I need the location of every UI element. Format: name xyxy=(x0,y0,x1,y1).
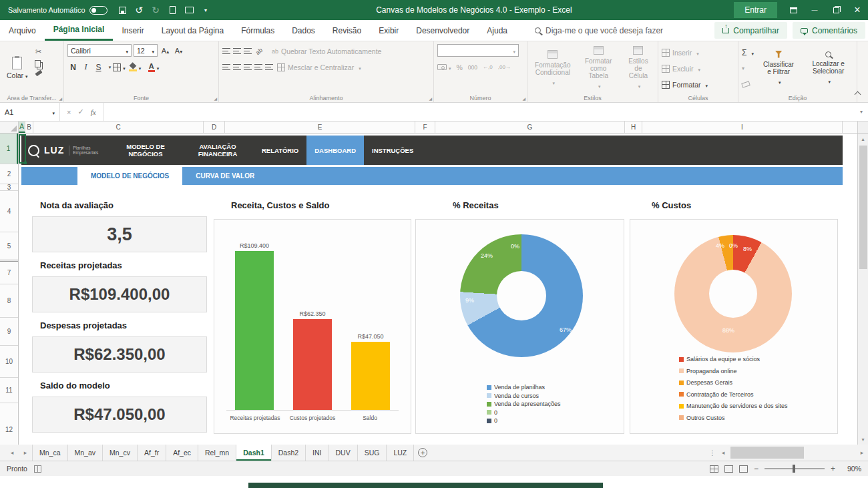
sheet-tab-sug[interactable]: SUG xyxy=(358,445,387,461)
comma-format-icon[interactable]: 000 xyxy=(468,64,477,71)
nav-relatorio[interactable]: RELATÓRIO xyxy=(254,136,306,165)
number-format-select[interactable] xyxy=(437,44,519,57)
decrease-font-icon[interactable]: A xyxy=(173,44,184,57)
row-header-11[interactable]: 11 xyxy=(0,378,18,403)
format-as-table-button[interactable]: Formatar como Tabela xyxy=(578,44,619,92)
sort-filter-button[interactable]: Classificar e Filtrar xyxy=(757,44,800,92)
wrap-text-button[interactable]: ab Quebrar Texto Automaticamente xyxy=(272,47,381,55)
row-header-10[interactable]: 10 xyxy=(0,346,18,378)
increase-decimal-icon[interactable]: ←,0 xyxy=(483,64,493,70)
normal-view-icon[interactable] xyxy=(710,465,718,473)
page-break-view-icon[interactable] xyxy=(739,465,748,473)
horizontal-scroll-track[interactable] xyxy=(729,445,856,461)
copy-icon[interactable] xyxy=(35,60,41,67)
sheet-nav-left-icon[interactable] xyxy=(5,445,19,461)
insert-function-icon[interactable]: fx xyxy=(91,108,96,116)
share-button[interactable]: Compartilhar xyxy=(714,22,787,39)
nav-dashboard[interactable]: DASHBOARD xyxy=(306,136,364,165)
sheet-tab-mn-av[interactable]: Mn_av xyxy=(68,445,103,461)
save-button[interactable] xyxy=(114,1,131,19)
undo-button[interactable] xyxy=(131,1,148,19)
bold-button[interactable]: N xyxy=(67,61,79,73)
enter-icon[interactable]: ✓ xyxy=(77,107,83,116)
zoom-slider[interactable] xyxy=(765,468,825,469)
sheet-tab-duv[interactable]: DUV xyxy=(329,445,358,461)
align-left-icon[interactable] xyxy=(222,64,230,71)
cut-icon[interactable] xyxy=(35,47,43,56)
page-layout-view-icon[interactable] xyxy=(724,465,733,473)
cancel-icon[interactable]: × xyxy=(67,108,71,116)
autosave-toggle[interactable]: Salvamento Automático xyxy=(0,6,114,15)
find-select-button[interactable]: Localizar e Selecionar xyxy=(803,44,853,92)
fill-color-button[interactable] xyxy=(126,61,144,73)
close-button[interactable] xyxy=(847,0,868,20)
zoom-out-icon[interactable] xyxy=(754,464,758,473)
font-dialog-launcher[interactable] xyxy=(214,96,217,101)
underline-button[interactable]: S xyxy=(93,61,104,73)
clear-button[interactable] xyxy=(742,77,754,91)
vertical-scroll-thumb[interactable] xyxy=(859,146,867,269)
tab-revisao[interactable]: Revisão xyxy=(324,20,370,41)
ribbon-display-options-button[interactable] xyxy=(783,0,804,20)
select-all-corner[interactable] xyxy=(0,121,19,133)
expand-formula-bar-icon[interactable] xyxy=(855,103,868,121)
font-size-select[interactable]: 12 xyxy=(134,44,158,57)
row-header-9[interactable]: 9 xyxy=(0,318,18,346)
scroll-up-icon[interactable] xyxy=(858,134,868,144)
zoom-in-icon[interactable] xyxy=(831,464,835,473)
tab-formulas[interactable]: Fórmulas xyxy=(232,20,283,41)
column-header-partial[interactable] xyxy=(843,121,857,133)
percent-format-icon[interactable]: % xyxy=(457,63,463,71)
column-header-i[interactable]: I xyxy=(642,121,843,133)
scrollbar-splitter[interactable] xyxy=(708,449,717,457)
vertical-scrollbar[interactable] xyxy=(857,134,868,445)
decrease-decimal-icon[interactable]: ,00→ xyxy=(498,64,511,70)
row-header-12[interactable]: 12 xyxy=(0,403,18,445)
record-macro-icon[interactable] xyxy=(34,465,41,473)
column-header-f[interactable]: F xyxy=(415,121,435,133)
align-top-icon[interactable] xyxy=(222,48,230,55)
tab-inserir[interactable]: Inserir xyxy=(113,20,152,41)
print-preview-button[interactable] xyxy=(164,1,181,19)
nav-modelo-de-negocios[interactable]: MODELO DE NEGÓCIOS xyxy=(110,136,182,165)
nav-instrucoes[interactable]: INSTRUÇÕES xyxy=(364,136,421,165)
row-header-2[interactable]: 2 xyxy=(0,164,18,184)
insert-cells-button[interactable]: Inserir xyxy=(662,45,734,59)
quick-access-dropdown[interactable] xyxy=(198,1,214,19)
row-header-1[interactable]: 1 xyxy=(0,134,18,164)
vertical-scroll-track[interactable] xyxy=(858,144,868,434)
sheet-tab-dash2[interactable]: Dash2 xyxy=(272,445,306,461)
italic-button[interactable]: I xyxy=(80,61,91,73)
row-header-4[interactable]: 4 xyxy=(0,191,18,232)
font-name-select[interactable]: Calibri xyxy=(67,44,132,57)
active-cell-selection[interactable] xyxy=(19,134,26,164)
sign-in-button[interactable]: Entrar xyxy=(734,2,777,18)
sheet-tab-luz[interactable]: LUZ xyxy=(387,445,414,461)
row-header-7[interactable]: 7 xyxy=(0,262,18,284)
bar-chart-card[interactable]: R$109.400 R$62.350 R$47.050 Receitas pro… xyxy=(214,219,411,434)
column-header-a[interactable]: A xyxy=(19,121,25,133)
orientation-icon[interactable]: ab xyxy=(253,45,264,57)
delete-cells-button[interactable]: Excluir xyxy=(662,61,734,75)
horizontal-scroll-thumb[interactable] xyxy=(730,447,804,459)
subtab-curva-de-valor[interactable]: CURVA DE VALOR xyxy=(182,167,268,185)
restore-button[interactable] xyxy=(825,0,847,20)
scroll-down-icon[interactable] xyxy=(858,434,868,445)
currency-format-icon[interactable] xyxy=(437,63,451,71)
align-bottom-icon[interactable] xyxy=(244,48,252,55)
custos-donut-card[interactable]: 4% 0% 8% 88% Salários da equipe e sócios… xyxy=(630,219,838,434)
name-box[interactable]: A1 xyxy=(0,103,60,121)
zoom-level[interactable]: 90% xyxy=(841,465,861,473)
borders-button[interactable] xyxy=(114,61,125,73)
number-dialog-launcher[interactable] xyxy=(522,96,525,101)
tab-ajuda[interactable]: Ajuda xyxy=(478,20,516,41)
format-cells-button[interactable]: Formatar xyxy=(662,77,734,91)
tab-layout-da-pagina[interactable]: Layout da Página xyxy=(153,20,232,41)
align-right-icon[interactable] xyxy=(244,64,252,71)
increase-indent-icon[interactable] xyxy=(265,64,273,71)
horizontal-scrollbar[interactable] xyxy=(708,445,868,461)
align-center-icon[interactable] xyxy=(233,64,241,71)
tab-arquivo[interactable]: Arquivo xyxy=(0,20,45,41)
new-sheet-button[interactable] xyxy=(414,445,431,461)
subtab-modelo-de-negocios[interactable]: MODELO DE NEGÓCIOS xyxy=(77,167,182,185)
